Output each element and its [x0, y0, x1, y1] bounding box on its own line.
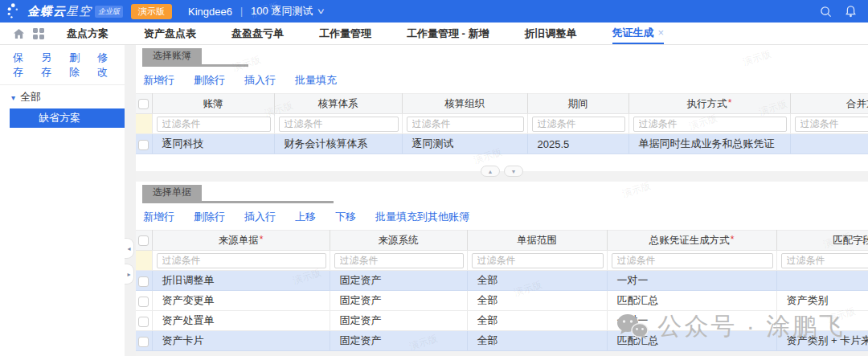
- tab-workload-mgmt[interactable]: 工作量管理: [319, 23, 371, 44]
- col-match-field[interactable]: 匹配字段: [776, 231, 868, 251]
- cell-match-field[interactable]: 资产类别: [776, 291, 868, 311]
- cell-source-bill[interactable]: 资产处置单: [152, 311, 330, 331]
- col-account-book[interactable]: 账簿: [152, 94, 274, 114]
- cell-bill-scope[interactable]: 全部: [467, 271, 607, 291]
- save-button[interactable]: 保存: [13, 51, 29, 80]
- filter-input-match-field[interactable]: [781, 253, 868, 268]
- filter-input-source-bill[interactable]: [157, 253, 326, 268]
- bills-filter-row: [136, 251, 868, 271]
- cell-match-field[interactable]: [776, 311, 868, 331]
- select-all-checkbox[interactable]: [138, 235, 149, 246]
- home-icon[interactable]: [13, 28, 25, 39]
- bills-row-depreciation-adjust[interactable]: 折旧调整单 固定资产 全部 一对一: [136, 271, 868, 291]
- filter-input-accounting-system[interactable]: [279, 117, 399, 132]
- add-row-button[interactable]: 新增行: [143, 73, 174, 88]
- delete-row-button[interactable]: 删除行: [194, 73, 225, 88]
- cell-source-system[interactable]: 固定资产: [330, 291, 467, 311]
- col-gl-voucher-mode[interactable]: 总账凭证生成方式*: [607, 231, 776, 251]
- collapse-right-handle[interactable]: ▸: [125, 264, 134, 284]
- cell-gl-voucher-mode[interactable]: 匹配汇总: [607, 331, 776, 351]
- cell-match-field[interactable]: [776, 271, 868, 291]
- row-checkbox[interactable]: [138, 140, 149, 150]
- tree-item-default-scheme[interactable]: 缺省方案: [10, 108, 125, 128]
- cell-bill-scope[interactable]: 全部: [467, 331, 607, 351]
- tab-workload-mgmt-new[interactable]: 工作量管理 - 新增: [407, 23, 489, 44]
- tab-surplus-deficit-bill[interactable]: 盘盈盘亏单: [231, 23, 284, 44]
- col-execution-mode[interactable]: 执行方式*: [628, 94, 790, 114]
- bottom-spacer: [136, 351, 868, 356]
- filter-cell-indicator: [136, 114, 152, 134]
- row-checkbox[interactable]: [138, 297, 149, 307]
- col-accounting-system[interactable]: 核算体系: [274, 94, 402, 114]
- cell-period[interactable]: 2025.5: [527, 134, 628, 154]
- collapse-down-button[interactable]: ▼: [504, 166, 523, 177]
- row-checkbox[interactable]: [138, 276, 149, 287]
- tab-inventory-plan[interactable]: 盘点方案: [67, 23, 108, 44]
- bell-icon[interactable]: [845, 5, 857, 18]
- section-tab-select-books[interactable]: 选择账簿: [142, 48, 202, 64]
- cell-gl-voucher-mode[interactable]: 一对一: [607, 271, 776, 291]
- cell-accounting-system[interactable]: 财务会计核算体系: [274, 134, 402, 154]
- cell-account-book[interactable]: 逐同科技: [152, 134, 274, 154]
- col-period[interactable]: 期间: [527, 94, 628, 114]
- filter-input-accounting-org[interactable]: [407, 117, 524, 132]
- move-down-button[interactable]: 下移: [335, 210, 356, 224]
- chevron-down-icon[interactable]: ˅: [317, 6, 325, 16]
- col-merge-mode[interactable]: 合并方式: [790, 94, 868, 114]
- col-bill-scope[interactable]: 单据范围: [467, 231, 607, 251]
- filter-input-period[interactable]: [532, 117, 625, 132]
- bills-row-asset-disposal[interactable]: 资产处置单 固定资产 全部 一对一: [136, 311, 868, 331]
- cell-bill-scope[interactable]: 全部: [467, 291, 607, 311]
- tab-depreciation-adjust[interactable]: 折旧调整单: [525, 23, 577, 44]
- cell-source-bill[interactable]: 资产变更单: [152, 291, 330, 311]
- collapse-up-button[interactable]: ▲: [481, 166, 500, 177]
- filter-input-account-book[interactable]: [157, 117, 271, 132]
- cell-source-bill[interactable]: 折旧调整单: [152, 271, 330, 291]
- insert-row-button[interactable]: 插入行: [244, 73, 276, 88]
- filter-input-gl-voucher-mode[interactable]: [612, 253, 773, 268]
- cell-gl-voucher-mode[interactable]: 一对一: [607, 311, 776, 331]
- tree-expand-icon[interactable]: ▾: [11, 93, 15, 102]
- move-up-button[interactable]: 上移: [295, 210, 316, 224]
- tab-asset-inventory-sheet[interactable]: 资产盘点表: [144, 23, 196, 44]
- filter-input-merge-mode[interactable]: [795, 117, 868, 132]
- apps-grid-icon[interactable]: [33, 28, 44, 39]
- books-row[interactable]: 逐同科技 财务会计核算体系 逐同测试 2025.5 单据同时生成业务和总账凭证: [136, 134, 868, 154]
- batch-fill-other-books-button[interactable]: 批量填充到其他账簿: [375, 210, 469, 224]
- cell-gl-voucher-mode[interactable]: 匹配汇总: [607, 291, 776, 311]
- cell-source-system[interactable]: 固定资产: [330, 271, 467, 291]
- search-icon[interactable]: [820, 6, 832, 18]
- select-all-checkbox[interactable]: [138, 99, 149, 109]
- col-source-system[interactable]: 来源系统: [330, 231, 467, 251]
- cell-merge-mode[interactable]: [790, 134, 868, 154]
- bills-row-asset-change[interactable]: 资产变更单 固定资产 全部 匹配汇总 资产类别: [136, 291, 868, 311]
- delete-row-button[interactable]: 删除行: [194, 210, 225, 224]
- batch-fill-button[interactable]: 批量填充: [295, 73, 337, 88]
- insert-row-button[interactable]: 插入行: [244, 210, 276, 224]
- filter-input-execution-mode[interactable]: [633, 117, 787, 132]
- tab-voucher-generation[interactable]: 凭证生成×: [612, 23, 665, 44]
- delete-button[interactable]: 删除: [69, 51, 85, 80]
- row-checkbox[interactable]: [138, 317, 149, 327]
- add-row-button[interactable]: 新增行: [143, 210, 174, 224]
- account-switcher[interactable]: Kingdee6 | 100 逐同测试 ˅: [188, 4, 324, 18]
- collapse-left-handle[interactable]: ◂: [125, 238, 134, 259]
- cell-source-system[interactable]: 固定资产: [330, 331, 467, 351]
- cell-source-system[interactable]: 固定资产: [330, 311, 467, 331]
- save-as-button[interactable]: 另存: [41, 51, 57, 80]
- tree-node-all[interactable]: ▾ 全部: [0, 85, 125, 108]
- cell-accounting-org[interactable]: 逐同测试: [402, 134, 527, 154]
- cell-source-bill[interactable]: 资产卡片: [152, 331, 330, 351]
- modify-button[interactable]: 修改: [97, 51, 113, 80]
- cell-execution-mode[interactable]: 单据同时生成业务和总账凭证: [628, 134, 790, 154]
- filter-input-source-system[interactable]: [334, 253, 464, 268]
- close-icon[interactable]: ×: [658, 27, 665, 39]
- cell-match-field[interactable]: 资产类别 + 卡片来源: [776, 331, 868, 351]
- cell-bill-scope[interactable]: 全部: [467, 311, 607, 331]
- col-source-bill[interactable]: 来源单据*: [152, 231, 330, 251]
- col-accounting-org[interactable]: 核算组织: [402, 94, 527, 114]
- bills-row-asset-card[interactable]: 资产卡片 固定资产 全部 匹配汇总 资产类别 + 卡片来源: [136, 331, 868, 351]
- section-tab-select-bills[interactable]: 选择单据: [142, 185, 202, 201]
- filter-input-bill-scope[interactable]: [472, 253, 604, 268]
- row-checkbox[interactable]: [138, 337, 149, 347]
